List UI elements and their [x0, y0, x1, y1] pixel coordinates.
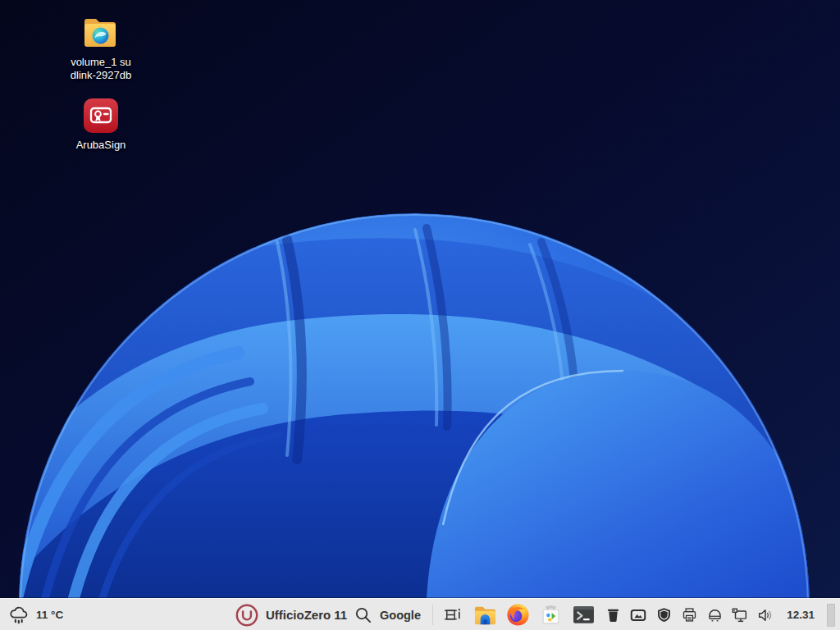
- network-folder-icon: [81, 13, 121, 51]
- weather-widget[interactable]: 11 °C: [8, 599, 63, 630]
- screenshot-tool-icon[interactable]: [629, 606, 647, 624]
- weather-temperature: 11 °C: [36, 609, 63, 621]
- firefox-icon: [505, 602, 531, 628]
- terminal-icon: [572, 603, 596, 627]
- show-desktop-button[interactable]: [827, 604, 835, 627]
- file-manager-icon: [472, 602, 498, 628]
- task-view-button[interactable]: [438, 601, 466, 629]
- taskbar: 11 °C UfficioZero 11 Google: [0, 598, 840, 630]
- software-store-button[interactable]: [536, 601, 564, 629]
- cloud-rain-icon: [8, 605, 30, 626]
- network-display-icon[interactable]: [731, 606, 749, 624]
- firefox-button[interactable]: [504, 601, 532, 629]
- desktop-icon-volume-dlink[interactable]: volume_1 su dlink-2927db: [71, 13, 131, 81]
- taskbar-separator: [432, 605, 433, 625]
- desktop-icon-label: volume_1 su dlink-2927db: [71, 56, 131, 81]
- search-button[interactable]: Google: [354, 599, 421, 630]
- launcher-group: [438, 599, 597, 630]
- desktop-icon-list: volume_1 su dlink-2927db ArubaSign: [62, 13, 140, 152]
- trash-icon[interactable]: [604, 606, 622, 624]
- desktop: volume_1 su dlink-2927db ArubaSign: [0, 0, 840, 630]
- desktop-icon-arubasign[interactable]: ArubaSign: [76, 98, 126, 152]
- software-store-icon: [539, 603, 563, 627]
- arubasign-icon: [83, 98, 119, 134]
- audio-volume-icon[interactable]: [756, 606, 774, 624]
- search-label: Google: [380, 609, 421, 622]
- app-menu-label: UfficioZero 11: [266, 608, 347, 622]
- clock[interactable]: 12.31: [787, 609, 815, 621]
- file-manager-button[interactable]: [471, 601, 499, 629]
- ufficiozero-logo: [235, 603, 259, 628]
- task-view-icon: [442, 605, 463, 625]
- removable-drive-icon[interactable]: [705, 606, 724, 624]
- desktop-icon-label: ArubaSign: [76, 139, 126, 152]
- search-icon: [354, 605, 372, 624]
- printer-icon[interactable]: [680, 606, 698, 624]
- security-shield-icon[interactable]: [655, 606, 673, 624]
- terminal-button[interactable]: [569, 601, 597, 629]
- app-menu-button[interactable]: UfficioZero 11: [235, 599, 347, 630]
- system-tray: 12.31: [604, 599, 835, 630]
